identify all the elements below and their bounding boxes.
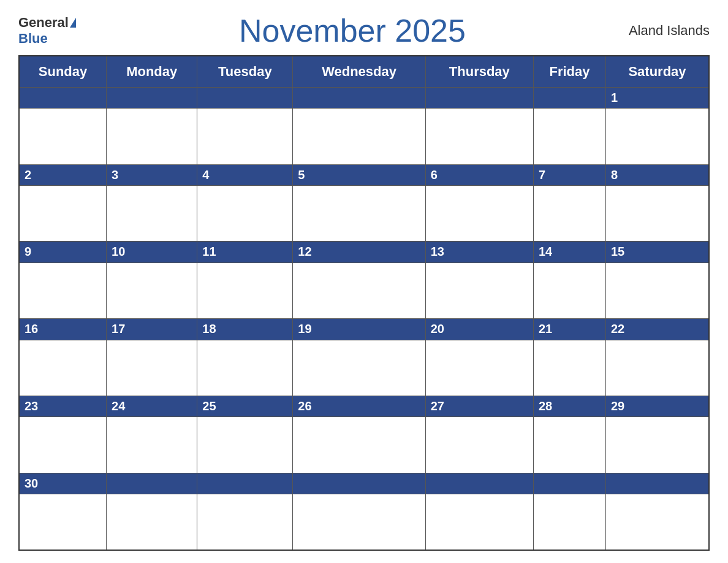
day-header-friday: Friday <box>533 56 605 88</box>
date-cell: 16 <box>19 319 107 340</box>
date-cell: 13 <box>425 242 533 262</box>
content-cell <box>425 494 533 550</box>
content-cell <box>19 340 107 396</box>
content-cell <box>19 262 107 318</box>
week-content-row-4 <box>19 340 709 396</box>
content-cell <box>533 494 605 550</box>
date-cell: 10 <box>107 242 197 262</box>
week-date-row-5: 23242526272829 <box>19 396 709 416</box>
content-cell <box>605 340 709 396</box>
content-cell <box>293 494 425 550</box>
content-cell <box>107 186 197 242</box>
page-header: General Blue November 2025 Aland Islands <box>18 12 710 49</box>
date-cell <box>425 473 533 494</box>
date-cell: 25 <box>197 396 293 416</box>
logo: General Blue <box>18 15 76 47</box>
content-cell <box>197 262 293 318</box>
content-cell <box>197 417 293 473</box>
content-cell <box>533 262 605 318</box>
content-cell <box>533 417 605 473</box>
logo-triangle-icon <box>70 18 76 28</box>
date-cell <box>293 88 425 109</box>
date-cell: 21 <box>533 319 605 340</box>
date-cell: 27 <box>425 396 533 416</box>
date-cell: 4 <box>197 164 293 185</box>
date-cell: 28 <box>533 396 605 416</box>
content-cell <box>107 262 197 318</box>
date-cell <box>293 473 425 494</box>
content-cell <box>533 186 605 242</box>
content-cell <box>425 186 533 242</box>
week-date-row-2: 2345678 <box>19 164 709 185</box>
date-cell <box>107 473 197 494</box>
content-cell <box>605 262 709 318</box>
week-content-row-2 <box>19 186 709 242</box>
day-header-thursday: Thursday <box>425 56 533 88</box>
content-cell <box>197 109 293 164</box>
week-content-row-6 <box>19 494 709 550</box>
date-cell: 3 <box>107 164 197 185</box>
content-cell <box>293 109 425 164</box>
date-cell: 26 <box>293 396 425 416</box>
content-cell <box>19 494 107 550</box>
content-cell <box>425 340 533 396</box>
content-cell <box>533 109 605 164</box>
date-cell <box>533 473 605 494</box>
date-cell: 6 <box>425 164 533 185</box>
content-cell <box>293 262 425 318</box>
week-date-row-6: 30 <box>19 473 709 494</box>
content-cell <box>425 109 533 164</box>
content-cell <box>533 340 605 396</box>
week-content-row-1 <box>19 109 709 164</box>
date-cell: 12 <box>293 242 425 262</box>
date-cell <box>197 473 293 494</box>
content-cell <box>107 494 197 550</box>
content-cell <box>197 186 293 242</box>
content-cell <box>605 494 709 550</box>
content-cell <box>605 109 709 164</box>
date-cell: 11 <box>197 242 293 262</box>
logo-blue-text: Blue <box>18 31 48 47</box>
date-cell: 9 <box>19 242 107 262</box>
logo-general-text: General <box>18 15 69 31</box>
content-cell <box>197 340 293 396</box>
day-header-wednesday: Wednesday <box>293 56 425 88</box>
region-label: Aland Islands <box>629 23 710 39</box>
date-cell: 5 <box>293 164 425 185</box>
day-header-monday: Monday <box>107 56 197 88</box>
content-cell <box>605 417 709 473</box>
content-cell <box>425 262 533 318</box>
date-cell <box>533 88 605 109</box>
content-cell <box>197 494 293 550</box>
content-cell <box>19 417 107 473</box>
date-cell <box>19 88 107 109</box>
content-cell <box>293 417 425 473</box>
date-cell <box>197 88 293 109</box>
date-cell: 7 <box>533 164 605 185</box>
page-title: November 2025 <box>239 12 466 49</box>
content-cell <box>107 417 197 473</box>
date-cell: 18 <box>197 319 293 340</box>
date-cell: 30 <box>19 473 107 494</box>
date-cell: 20 <box>425 319 533 340</box>
date-cell: 15 <box>605 242 709 262</box>
date-cell: 1 <box>605 88 709 109</box>
date-cell <box>107 88 197 109</box>
content-cell <box>293 340 425 396</box>
content-cell <box>19 186 107 242</box>
content-cell <box>293 186 425 242</box>
day-header-tuesday: Tuesday <box>197 56 293 88</box>
content-cell <box>605 186 709 242</box>
date-cell: 17 <box>107 319 197 340</box>
week-date-row-4: 16171819202122 <box>19 319 709 340</box>
day-header-sunday: Sunday <box>19 56 107 88</box>
week-content-row-5 <box>19 417 709 473</box>
content-cell <box>107 340 197 396</box>
date-cell <box>425 88 533 109</box>
content-cell <box>19 109 107 164</box>
date-cell: 2 <box>19 164 107 185</box>
day-headers-row: SundayMondayTuesdayWednesdayThursdayFrid… <box>19 56 709 88</box>
week-date-row-1: 1 <box>19 88 709 109</box>
date-cell: 14 <box>533 242 605 262</box>
date-cell: 22 <box>605 319 709 340</box>
